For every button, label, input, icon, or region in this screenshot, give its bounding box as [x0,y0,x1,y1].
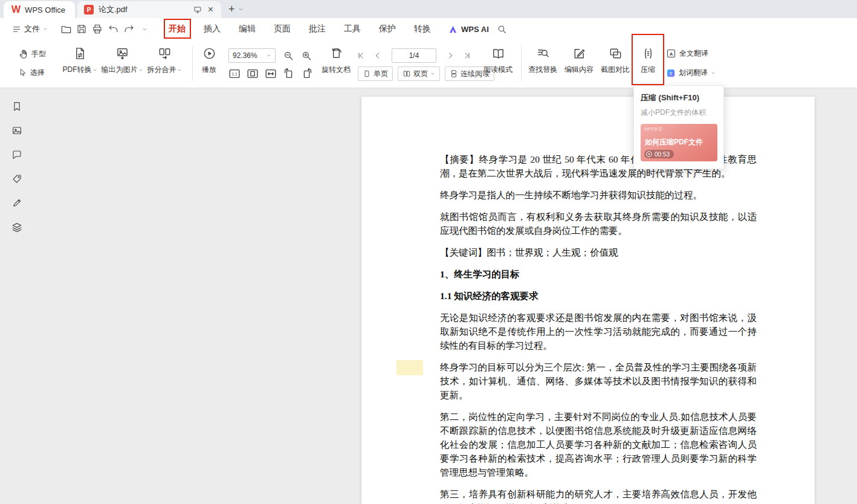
menu-tab-page[interactable]: 页面 [265,18,300,40]
toolbar-divider [521,47,522,81]
rotate-right-button[interactable] [300,66,314,81]
chevron-down-icon [43,27,48,31]
cursor-icon [18,68,27,77]
wps-window: W WPS Office P 论文.pdf × + 文件 [0,0,857,504]
double-page-button[interactable]: 双页 [398,66,440,81]
comment-icon [11,149,22,160]
zoom-out-icon [283,50,294,62]
menu-tab-tools[interactable]: 工具 [335,18,370,40]
rotate-doc-button[interactable]: 旋转文档 [319,47,353,75]
edit-content-button[interactable]: 编辑内容 [561,47,597,75]
export-image-button[interactable]: 输出为图片 [97,47,147,75]
find-replace-icon [536,47,550,60]
layers-panel-button[interactable] [11,221,23,233]
word-translate-icon: 文 [666,68,676,78]
comments-panel-button[interactable] [11,149,23,161]
video-watermark: WPS学堂 [644,126,662,132]
document-tab[interactable]: P 论文.pdf × [77,1,221,18]
read-mode-label: 阅读模式 [483,65,513,75]
split-merge-label: 拆分合并 [147,65,176,75]
toolbar: 手型 选择 PDF转换 输出为图片 拆分合并 播放 92.36% [0,40,857,88]
thumbnails-panel-button[interactable] [11,124,23,137]
find-replace-button[interactable]: 查找替换 [525,47,561,75]
screenshot-compare-button[interactable]: 截图对比 [597,47,633,75]
menu-search-button[interactable] [494,22,509,36]
compress-button[interactable]: 压缩 [633,47,662,75]
wps-ai-icon [448,25,458,34]
folder-icon [60,24,72,35]
screenshot-compare-icon [609,47,623,60]
hand-tool-button[interactable]: 手型 [18,47,46,60]
single-page-button[interactable]: 单页 [358,66,393,81]
pdf-convert-button[interactable]: PDF转换 [58,47,102,75]
double-page-label: 双页 [413,69,428,79]
tooltip-title: 压缩 (Shift+F10) [641,92,717,103]
page-number-input[interactable]: 1/4 [392,48,436,63]
ink-panel-button[interactable] [11,197,23,209]
file-menu-button[interactable]: 文件 [8,18,51,40]
print-button[interactable] [91,22,104,36]
double-page-icon [403,69,411,78]
word-translate-button[interactable]: 文 划词翻译 [666,68,716,78]
actual-size-button[interactable]: 1:1 [227,66,241,81]
export-image-icon [115,47,129,60]
annotations-panel-button[interactable] [11,173,23,185]
window-mode-icon[interactable] [193,5,202,14]
zoom-level-select[interactable]: 92.36% [228,48,276,63]
wps-home-tab[interactable]: W WPS Office [4,1,75,18]
play-label: 播放 [202,65,216,75]
menu-tab-convert[interactable]: 转换 [405,18,440,40]
page-navigation: 1/4 [354,48,474,63]
fit-page-button[interactable] [245,66,259,81]
open-file-button[interactable] [59,22,73,36]
compress-tooltip: 压缩 (Shift+F10) 减小PDF文件的体积 WPS学堂 如何压缩PDF文… [633,85,724,169]
paragraph: 【关键词】图书；世界观；人生观；价值观 [440,245,757,259]
bookmarks-panel-button[interactable] [11,100,23,112]
rotate-left-button[interactable] [282,66,296,81]
single-page-icon [363,69,371,78]
menu-tab-protect[interactable]: 保护 [370,18,405,40]
svg-text:A: A [670,51,673,57]
undo-button[interactable] [106,22,120,36]
redo-button[interactable] [122,22,135,36]
find-replace-label: 查找替换 [528,65,557,75]
save-button[interactable] [75,22,88,36]
menu-tab-insert[interactable]: 插入 [195,18,230,40]
wps-ai-label: WPS AI [461,25,489,34]
zoom-presets-group: 1:1 [227,66,314,81]
zoom-out-button[interactable] [280,48,296,63]
read-mode-button[interactable]: 阅读模式 [480,47,516,75]
quick-access-options-button[interactable] [138,22,151,36]
video-duration-badge: 00:53 [644,150,674,158]
edit-content-label: 编辑内容 [564,65,593,75]
select-tool-button[interactable]: 选择 [18,66,46,79]
compress-icon [641,47,655,60]
pdf-convert-label: PDF转换 [63,65,92,75]
zoom-value: 92.36% [233,51,257,60]
play-button[interactable]: 播放 [197,47,221,75]
menu-tab-comment[interactable]: 批注 [300,18,335,40]
split-merge-button[interactable]: 拆分合并 [143,47,186,75]
tutorial-video-thumbnail[interactable]: WPS学堂 如何压缩PDF文件 00:53 [641,124,717,161]
menu-tab-edit[interactable]: 编辑 [230,18,265,40]
pen-icon [11,198,22,208]
pdf-convert-icon [73,47,87,60]
play-icon [202,47,216,60]
quick-access-toolbar [59,18,151,40]
menu-tab-start[interactable]: 开始 [160,18,195,40]
full-translate-button[interactable]: A 全文翻译 [666,48,708,59]
fit-width-button[interactable] [264,66,277,81]
tab-close-icon[interactable]: × [207,5,215,15]
pointer-tools-group: 手型 选择 [18,47,46,79]
paragraph: 第三，培养具有创新科研能力的研究人才，主要培养高效信息人员，开发他们的智力资源，… [440,487,757,504]
document-canvas: 【摘要】终身学习是 20 世纪 50 年代末 60 年代初形成的一种国际性教育思… [0,88,857,504]
previous-page-button[interactable] [371,48,384,63]
next-page-button[interactable] [444,48,457,63]
zoom-in-button[interactable] [299,48,314,63]
svg-text:1:1: 1:1 [231,72,237,76]
wps-ai-button[interactable]: WPS AI [448,18,489,40]
first-page-button[interactable] [354,48,367,63]
highlight-mark [396,360,423,375]
last-page-button[interactable] [461,48,474,63]
new-tab-button[interactable]: + [228,0,244,18]
